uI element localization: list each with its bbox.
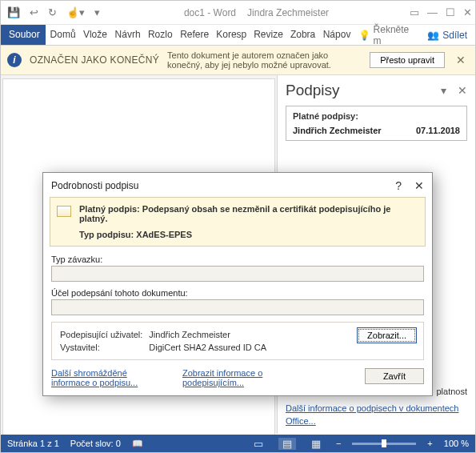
redo-icon[interactable]: ↻ — [45, 5, 60, 20]
read-mode-icon[interactable]: ▭ — [250, 438, 267, 450]
tab-insert[interactable]: Vlože — [78, 25, 110, 45]
window-title: doc1 - Word Jindra Zechmeister — [103, 7, 410, 18]
document-title: doc1 - Word — [184, 7, 236, 18]
spellcheck-icon[interactable]: 📖 — [132, 439, 143, 449]
page-number[interactable]: Stránka 1 z 1 — [7, 439, 59, 448]
signature-name: Jindřich Zechmeister — [293, 126, 382, 135]
bulb-icon: 💡 — [358, 30, 370, 41]
issuer-label: Vystavitel: — [60, 342, 147, 353]
commitment-type-label: Typ závazku: — [51, 255, 424, 264]
signer-details-box: Podepisující uživatel: Jindřich Zechmeis… — [51, 322, 424, 360]
maximize-icon[interactable]: ☐ — [446, 6, 455, 18]
share-icon: 👥 — [427, 30, 439, 41]
close-button[interactable]: Zavřít — [365, 368, 424, 384]
touch-mode-icon[interactable]: ☝▾ — [63, 5, 88, 20]
signature-date: 07.11.2018 — [416, 126, 460, 135]
word-count[interactable]: Počet slov: 0 — [70, 439, 121, 448]
msgbar-close-icon[interactable]: ✕ — [453, 54, 469, 66]
signer-label: Podepisující uživatel: — [60, 329, 147, 340]
signatures-box: Platné podpisy: Jindřich Zechmeister 07.… — [286, 106, 467, 141]
tab-view[interactable]: Zobra — [286, 25, 318, 45]
tell-me-label: Řekněte m — [374, 24, 415, 46]
signer-info-link[interactable]: Zobrazit informace o podepisujícím... — [182, 368, 294, 387]
web-layout-icon[interactable]: ▦ — [307, 438, 325, 450]
panel-close-icon[interactable]: ✕ — [458, 84, 467, 97]
zoom-out-icon[interactable]: − — [336, 439, 341, 448]
commitment-type-field — [51, 266, 424, 282]
save-icon[interactable]: 💾 — [4, 5, 23, 20]
signature-type: Typ podpisu: XAdES-EPES — [79, 230, 418, 239]
share-label: Sdílet — [442, 30, 467, 41]
zoom-slider[interactable] — [352, 443, 416, 445]
more-signature-info-link[interactable]: Další shromážděné informace o podpisu... — [51, 368, 163, 387]
show-certificate-button[interactable]: Zobrazit... — [357, 327, 417, 343]
signature-details-dialog: Podrobnosti podpisu ? ✕ Platný podpis: P… — [42, 172, 433, 396]
ribbon-tabs: Soubor Domů Vlože Návrh Rozlo Refere Kor… — [1, 25, 475, 46]
minimize-icon[interactable]: — — [427, 6, 438, 18]
purpose-field — [51, 299, 424, 315]
zoom-level[interactable]: 100 % — [444, 439, 469, 448]
close-window-icon[interactable]: ✕ — [463, 6, 472, 18]
message-bar: i OZNAČEN JAKO KONEČNÝ Tento dokument je… — [1, 46, 475, 75]
purpose-label: Účel podepsání tohoto dokumentu: — [51, 288, 424, 298]
dialog-close-icon[interactable]: ✕ — [414, 179, 424, 192]
window-controls: ▭ — ☐ ✕ — [410, 6, 472, 18]
undo-icon[interactable]: ↩ — [26, 5, 42, 20]
signature-status-box: Platný podpis: Podepsaný obsah se nezměn… — [50, 197, 426, 247]
tab-help[interactable]: Nápov — [318, 25, 354, 45]
signature-row[interactable]: Jindřich Zechmeister 07.11.2018 — [293, 126, 460, 135]
tab-design[interactable]: Návrh — [110, 25, 143, 45]
marked-final-desc: Tento dokument je autorem označen jako k… — [167, 50, 362, 70]
signatures-title: Podpisy — [286, 82, 340, 99]
certificate-icon — [57, 206, 71, 217]
dialog-help-icon[interactable]: ? — [395, 179, 402, 192]
ribbon-options-icon[interactable]: ▭ — [410, 6, 419, 18]
qat-customize-icon[interactable]: ▾ — [91, 5, 103, 20]
panel-menu-icon[interactable]: ▾ — [441, 84, 446, 97]
info-icon: i — [7, 53, 22, 67]
signer-value: Jindřich Zechmeister — [149, 329, 271, 340]
tab-references[interactable]: Refere — [175, 25, 211, 45]
tab-mailings[interactable]: Koresp — [211, 25, 249, 45]
marked-final-tag: OZNAČEN JAKO KONEČNÝ — [30, 54, 159, 66]
tell-me[interactable]: 💡 Řekněte m — [354, 25, 420, 45]
title-bar: 💾 ↩ ↻ ☝▾ ▾ doc1 - Word Jindra Zechmeiste… — [1, 1, 475, 25]
valid-signature-line: Platný podpis: Podepsaný obsah se nezměn… — [79, 204, 418, 223]
valid-signatures-header: Platné podpisy: — [293, 111, 460, 121]
quick-access-toolbar: 💾 ↩ ↻ ☝▾ ▾ — [4, 5, 103, 20]
status-bar: Stránka 1 z 1 Počet slov: 0 📖 ▭ ▤ ▦ − + … — [1, 435, 475, 452]
print-layout-icon[interactable]: ▤ — [278, 438, 296, 450]
tab-home[interactable]: Domů — [46, 25, 78, 45]
dialog-titlebar[interactable]: Podrobnosti podpisu ? ✕ — [43, 173, 432, 195]
issuer-value: DigiCert SHA2 Assured ID CA — [149, 342, 271, 353]
edit-anyway-button[interactable]: Přesto upravit — [370, 52, 445, 68]
zoom-in-icon[interactable]: + — [427, 439, 432, 448]
share-button[interactable]: 👥 Sdílet — [419, 25, 475, 45]
tab-layout[interactable]: Rozlo — [143, 25, 175, 45]
user-name: Jindra Zechmeister — [247, 7, 329, 18]
tab-file[interactable]: Soubor — [1, 25, 46, 45]
dialog-title: Podrobnosti podpisu — [51, 180, 138, 191]
tab-review[interactable]: Revize — [249, 25, 286, 45]
signatures-more-link[interactable]: Další informace o podpisech v dokumentec… — [286, 403, 467, 427]
